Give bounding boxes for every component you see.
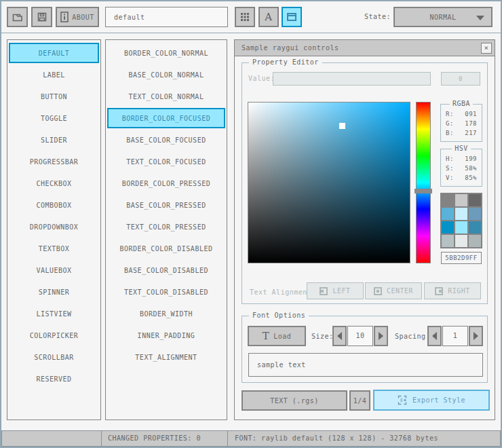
floppy-save-icon [37,12,47,22]
list-item-listview[interactable]: LISTVIEW [9,303,99,324]
prop-item-selected[interactable]: BORDER_COLOR_FOCUSED [107,108,225,128]
close-icon: × [484,43,488,52]
list-item-button[interactable]: BUTTON [9,86,99,107]
window-title: Sample raygui controls [242,44,339,52]
prop-item[interactable]: TEXT_COLOR_NORMAL [107,86,225,107]
list-item-checkbox[interactable]: CHECKBOX [9,173,99,193]
window-titlebar[interactable]: Sample raygui controls × [235,40,495,56]
open-file-button[interactable] [7,7,28,27]
spacing-label: Spacing: [395,333,430,341]
prop-item[interactable]: BORDER_COLOR_PRESSED [107,173,225,193]
palette-swatch[interactable] [469,221,481,234]
format-pager-button[interactable]: 1/4 [349,390,370,411]
spacing-valuebox[interactable]: 1 [442,326,468,346]
list-item-progressbar[interactable]: PROGRESSBAR [9,151,99,172]
palette-swatch[interactable] [442,194,454,206]
list-item-spinner[interactable]: SPINNER [9,282,99,302]
spacing-increment-button[interactable] [469,326,483,346]
rgba-r-value: 091 [465,110,477,119]
prop-item[interactable]: BORDER_COLOR_NORMAL [107,43,225,63]
prop-item[interactable]: TEXT_COLOR_PRESSED [107,217,225,237]
color-saturation-value-panel[interactable] [248,102,410,263]
font-view-button[interactable]: A [258,7,279,27]
about-button[interactable]: ABOUT [56,7,99,27]
hue-slider[interactable] [416,102,431,263]
palette-swatch[interactable] [442,208,454,220]
palette-swatch[interactable] [469,208,481,220]
hex-value-textbox[interactable]: 5BB2D9FF [441,252,482,264]
prop-item[interactable]: TEXT_COLOR_FOCUSED [107,151,225,172]
hsv-v-row: V:85% [446,174,477,183]
font-a-icon: A [265,12,272,22]
prop-item[interactable]: BORDER_COLOR_DISABLED [107,238,225,259]
prop-item[interactable]: TEXT_ALIGNMENT [107,347,225,367]
close-button[interactable]: × [481,43,492,54]
align-left-button[interactable]: LEFT [307,282,364,299]
align-right-icon [435,287,443,295]
arrow-right-icon [474,332,478,340]
palette-swatch[interactable] [469,194,481,206]
list-item-dropdownbox[interactable]: DROPDOWNBOX [9,217,99,237]
list-item-combobox[interactable]: COMBOBOX [9,195,99,215]
hsv-group: HSV H:199 S:58% V:85% [440,149,482,187]
list-item-colorpicker[interactable]: COLORPICKER [9,325,99,346]
rgba-r-row: R:091 [446,110,477,119]
list-item-default[interactable]: DEFAULT [9,43,99,63]
list-item-toggle[interactable]: TOGGLE [9,108,99,128]
list-item-label[interactable]: LABEL [9,64,99,85]
controls-listview: DEFAULT LABEL BUTTON TOGGLE SLIDER PROGR… [7,39,101,420]
list-item-scrollbar[interactable]: SCROLLBAR [9,347,99,367]
palette-swatch[interactable] [469,235,481,247]
value-input[interactable] [273,72,431,86]
state-dropdown[interactable]: NORMAL [393,7,493,27]
list-item-reserved[interactable]: RESERVED [9,369,99,389]
font-t-icon: T [263,331,270,341]
property-editor-group-label: Property Editor [249,58,322,66]
hue-slider-handle[interactable] [414,189,432,193]
align-center-icon [374,287,382,295]
save-file-button[interactable] [31,7,52,27]
export-format-button[interactable]: TEXT (.rgs) [242,390,347,411]
prop-item[interactable]: BASE_COLOR_NORMAL [107,64,225,85]
spacing-decrement-button[interactable] [427,326,442,346]
load-font-label: Load [273,333,291,340]
palette-swatch[interactable] [455,208,467,220]
align-right-button[interactable]: RIGHT [424,282,481,299]
prop-item[interactable]: INNER_PADDING [107,325,225,346]
palette-swatch[interactable] [455,235,467,247]
svg-text:E: E [400,398,404,403]
chevron-down-icon [476,16,484,20]
load-font-button[interactable]: T Load [248,326,306,346]
style-table-button[interactable] [235,7,255,27]
palette-swatch[interactable] [455,221,467,234]
size-valuebox[interactable]: 10 [347,326,373,346]
prop-item[interactable]: TEXT_COLOR_DISABLED [107,282,225,302]
list-item-valuebox[interactable]: VALUEBOX [9,260,99,280]
prop-item[interactable]: BASE_COLOR_PRESSED [107,195,225,215]
sample-text-textbox[interactable]: sample text [248,353,483,377]
palette-swatch[interactable] [442,235,454,247]
palette-swatch[interactable] [442,221,454,234]
rgba-b-row: B:217 [446,129,477,138]
prop-item[interactable]: BASE_COLOR_DISABLED [107,260,225,280]
list-item-textbox[interactable]: TEXTBOX [9,238,99,259]
value-label: Value: [248,75,275,83]
folder-open-icon [12,12,23,22]
info-icon [60,12,69,22]
palette-swatch[interactable] [455,194,467,206]
list-item-slider[interactable]: SLIDER [9,130,99,150]
style-name-input[interactable] [105,7,228,27]
value-button[interactable]: 0 [441,72,480,86]
prop-item[interactable]: BASE_COLOR_FOCUSED [107,130,225,150]
window-panel-icon [287,13,296,21]
state-label: State: [358,13,391,21]
align-center-button[interactable]: CENTER [365,282,422,299]
size-label: Size: [311,333,334,341]
controls-view-button[interactable] [282,7,302,27]
format-pager-label: 1/4 [353,397,367,405]
style-color-palette [440,193,482,248]
size-decrement-button[interactable] [332,326,347,346]
size-increment-button[interactable] [374,326,388,346]
export-style-button[interactable]: E Export Style [373,390,490,411]
prop-item[interactable]: BORDER_WIDTH [107,303,225,324]
